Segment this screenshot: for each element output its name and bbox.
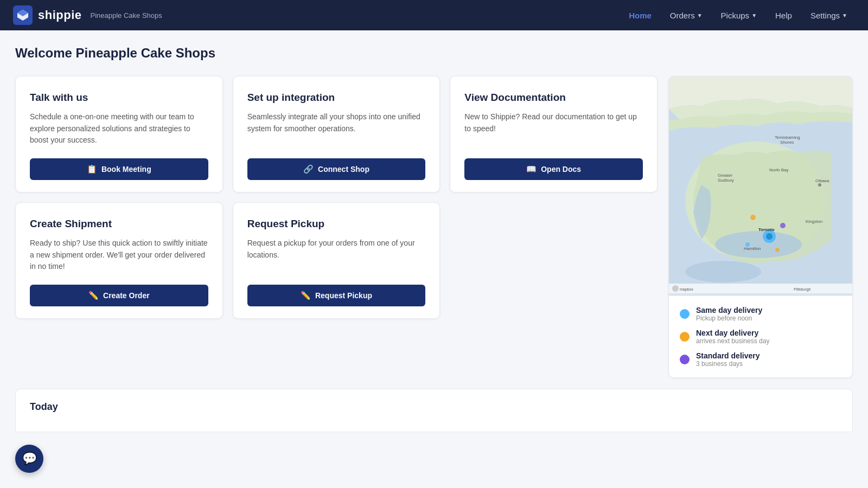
svg-point-10 xyxy=(775,248,780,252)
settings-caret-icon: ▼ xyxy=(842,12,847,18)
map-area: Temiskaming Shores Greater Sudbury North… xyxy=(669,76,852,296)
same-day-label: Same day delivery xyxy=(696,306,762,314)
svg-text:Pittsburgh: Pittsburgh xyxy=(794,287,811,292)
card-set-up-integration-desc: Seamlessly integrate all your shops into… xyxy=(247,111,426,146)
svg-text:Kingston: Kingston xyxy=(806,219,822,224)
card-view-documentation: View Documentation New to Shippie? Read … xyxy=(450,76,658,192)
nav-link-settings[interactable]: Settings ▼ xyxy=(803,7,855,24)
open-docs-icon: 📖 xyxy=(526,164,537,174)
map-panel: Temiskaming Shores Greater Sudbury North… xyxy=(668,76,853,378)
card-view-documentation-desc: New to Shippie? Read our documentation t… xyxy=(464,111,643,146)
card-create-shipment-desc: Ready to ship? Use this quick action to … xyxy=(30,237,208,273)
connect-shop-button[interactable]: 🔗 Connect Shop xyxy=(247,158,426,180)
nav-link-help[interactable]: Help xyxy=(768,7,800,24)
open-docs-button[interactable]: 📖 Open Docs xyxy=(464,158,643,180)
svg-point-17 xyxy=(818,183,821,187)
shippie-logo-icon xyxy=(13,5,33,25)
svg-point-7 xyxy=(750,215,756,220)
same-day-dot xyxy=(680,309,690,319)
orders-caret-icon: ▼ xyxy=(697,12,703,18)
nav-logo: shippie Pineapple Cake Shops xyxy=(13,5,162,25)
map-legend: Same day delivery Pickup before noon Nex… xyxy=(669,296,852,377)
request-pickup-button[interactable]: ✏️ Request Pickup xyxy=(247,285,426,306)
next-day-dot xyxy=(680,332,690,342)
nav-link-pickups[interactable]: Pickups ▼ xyxy=(713,7,764,24)
pickups-caret-icon: ▼ xyxy=(751,12,757,18)
create-order-icon: ✏️ xyxy=(88,291,99,300)
request-pickup-icon: ✏️ xyxy=(301,291,311,300)
nav-subtitle: Pineapple Cake Shops xyxy=(91,11,162,20)
nav-link-home[interactable]: Home xyxy=(621,7,659,24)
card-create-shipment: Create Shipment Ready to ship? Use this … xyxy=(15,202,223,319)
same-day-sublabel: Pickup before noon xyxy=(696,314,762,322)
next-day-label: Next day delivery xyxy=(696,329,769,337)
standard-dot xyxy=(680,355,690,364)
page-title: Welcome Pineapple Cake Shops xyxy=(15,46,853,61)
create-order-label: Create Order xyxy=(103,291,150,300)
card-request-pickup-desc: Request a pickup for your orders from on… xyxy=(247,237,426,273)
svg-text:Sudbury: Sudbury xyxy=(718,178,734,183)
svg-text:North Bay: North Bay xyxy=(769,168,789,172)
svg-point-3 xyxy=(715,231,802,258)
cards-area: Talk with us Schedule a one-on-one meeti… xyxy=(15,76,658,378)
svg-text:Ottawa: Ottawa xyxy=(815,178,829,183)
request-pickup-label: Request Pickup xyxy=(315,291,372,300)
standard-sublabel: 3 business days xyxy=(696,360,760,368)
map-svg: Temiskaming Shores Greater Sudbury North… xyxy=(669,76,852,293)
today-title: Today xyxy=(30,401,838,413)
legend-same-day-text: Same day delivery Pickup before noon xyxy=(696,306,762,322)
nav-brand-name: shippie xyxy=(38,8,82,22)
card-view-documentation-title: View Documentation xyxy=(464,92,643,104)
next-day-sublabel: arrives next business day xyxy=(696,337,769,345)
svg-text:Greater: Greater xyxy=(718,173,732,178)
card-request-pickup-title: Request Pickup xyxy=(247,218,426,230)
svg-text:Shores: Shores xyxy=(780,140,794,145)
legend-item-standard: Standard delivery 3 business days xyxy=(680,351,841,368)
svg-text:Toronto: Toronto xyxy=(758,227,775,232)
svg-rect-21 xyxy=(669,284,852,293)
svg-text:mapbox: mapbox xyxy=(680,287,693,292)
legend-item-same-day: Same day delivery Pickup before noon xyxy=(680,306,841,322)
book-meeting-button[interactable]: 📋 Book Meeting xyxy=(30,158,208,180)
navbar: shippie Pineapple Cake Shops Home Orders… xyxy=(0,0,868,30)
card-set-up-integration-title: Set up integration xyxy=(247,92,426,104)
open-docs-label: Open Docs xyxy=(541,165,581,174)
svg-point-22 xyxy=(672,285,679,292)
svg-text:Temiskaming: Temiskaming xyxy=(775,135,800,140)
legend-next-day-text: Next day delivery arrives next business … xyxy=(696,329,769,345)
svg-point-4 xyxy=(685,261,761,282)
page-content: Welcome Pineapple Cake Shops Talk with u… xyxy=(0,30,868,432)
create-order-button[interactable]: ✏️ Create Order xyxy=(30,285,208,306)
svg-text:Hamilton: Hamilton xyxy=(744,246,761,251)
legend-item-next-day: Next day delivery arrives next business … xyxy=(680,329,841,345)
svg-point-6 xyxy=(766,233,773,240)
card-create-shipment-title: Create Shipment xyxy=(30,218,208,230)
svg-point-8 xyxy=(780,223,786,228)
standard-label: Standard delivery xyxy=(696,351,760,360)
card-talk-with-us: Talk with us Schedule a one-on-one meeti… xyxy=(15,76,223,192)
card-set-up-integration: Set up integration Seamlessly integrate … xyxy=(233,76,441,192)
card-request-pickup: Request Pickup Request a pickup for your… xyxy=(233,202,441,319)
book-meeting-icon: 📋 xyxy=(87,164,97,174)
nav-link-orders[interactable]: Orders ▼ xyxy=(662,7,710,24)
connect-shop-label: Connect Shop xyxy=(318,165,369,174)
nav-links: Home Orders ▼ Pickups ▼ Help Settings ▼ xyxy=(621,7,855,24)
connect-shop-icon: 🔗 xyxy=(303,164,314,174)
card-talk-with-us-desc: Schedule a one-on-one meeting with our t… xyxy=(30,111,208,146)
today-section: Today xyxy=(15,389,853,432)
book-meeting-label: Book Meeting xyxy=(101,165,151,174)
legend-standard-text: Standard delivery 3 business days xyxy=(696,351,760,368)
card-talk-with-us-title: Talk with us xyxy=(30,92,208,104)
main-layout: Talk with us Schedule a one-on-one meeti… xyxy=(15,76,853,378)
